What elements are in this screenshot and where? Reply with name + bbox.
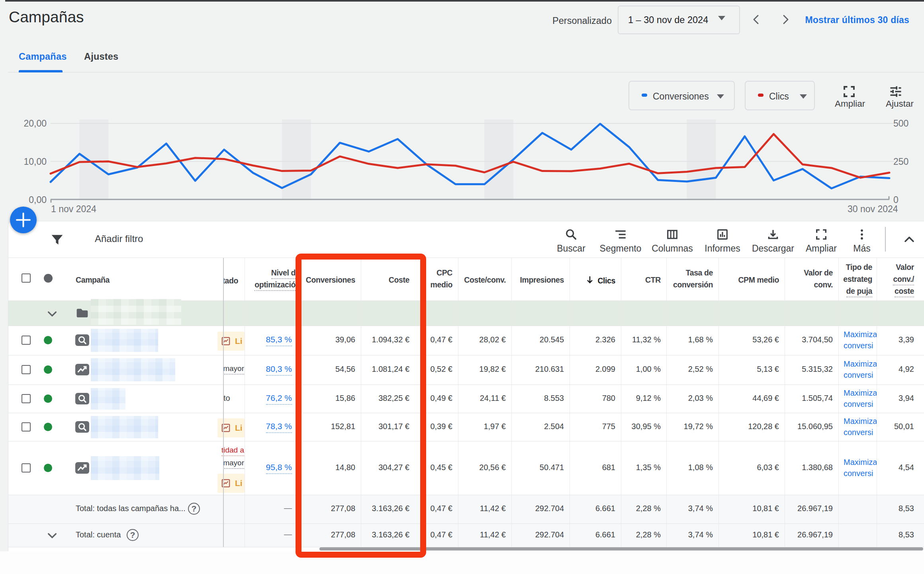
column-header-tipo-de-estrategia[interactable]: Tipo de: [846, 262, 872, 272]
cell-ctr: 11,32 %: [632, 335, 661, 344]
toolbar-columns-icon[interactable]: [666, 228, 679, 243]
bid-strategy-link[interactable]: Maximiza: [844, 389, 877, 398]
page-title: Campañas: [9, 8, 84, 26]
date-next-chevron-icon[interactable]: [779, 14, 791, 25]
column-header-nivel-de-optimizacion[interactable]: optimizació: [254, 279, 296, 290]
campaign-type-performance-icon: [75, 364, 89, 375]
cell-cconv: 24,11 €: [480, 394, 506, 403]
filter-funnel-icon[interactable]: [49, 232, 65, 249]
column-header-estado-clipped[interactable]: tado: [223, 275, 238, 286]
toolbar-chart-icon[interactable]: [716, 228, 729, 243]
column-divider: [718, 258, 719, 547]
column-header-campana[interactable]: Campaña: [76, 275, 110, 285]
column-divider: [570, 258, 570, 547]
campaign-type-performance-icon: [75, 462, 89, 474]
row-checkbox[interactable]: [22, 422, 31, 431]
limited-status-chip: Li: [217, 332, 245, 351]
column-header-cpc-medio[interactable]: CPC: [437, 267, 452, 278]
bid-strategy-link[interactable]: Maximiza: [844, 458, 877, 467]
cell-clics: 780: [602, 394, 615, 403]
date-range-value: 1 – 30 nov de 2024: [628, 15, 708, 25]
cell-cconv: 20,56 €: [479, 463, 506, 472]
column-header-valor-conv-coste[interactable]: conv./: [893, 274, 914, 284]
row-checkbox[interactable]: [22, 394, 31, 403]
select-all-checkbox[interactable]: [22, 273, 31, 283]
toolbar-expand-icon[interactable]: [814, 228, 828, 243]
table-row-divider: [8, 495, 924, 495]
bid-strategy-link[interactable]: conversi: [844, 371, 877, 380]
total-cell-cpc: 0,47 €: [430, 504, 452, 513]
column-header-tasa-de-conversion[interactable]: conversión: [673, 279, 713, 290]
row-checkbox[interactable]: [22, 365, 31, 374]
collapse-table-chevron-up-icon[interactable]: [902, 233, 916, 248]
nivel-optimizacion-link[interactable]: 95,8 %: [266, 463, 292, 472]
cell-valor: 1.505,74: [802, 394, 833, 403]
column-header-valor-conv-coste[interactable]: coste: [895, 286, 914, 296]
frozen-pane-divider-overlay: [223, 258, 224, 547]
toolbar-segment-icon[interactable]: [614, 228, 627, 243]
column-header-cpm-medio[interactable]: CPM medio: [738, 275, 779, 285]
cell-cpm: 44,69 €: [752, 394, 779, 403]
cell-cpm: 120,28 €: [748, 422, 779, 431]
chart-adjust-label: Ajustar: [886, 99, 914, 109]
nivel-optimizacion-link[interactable]: 80,3 %: [266, 364, 292, 374]
show-last-30-days-link[interactable]: Mostrar últimos 30 días: [805, 15, 909, 25]
column-header-clics-sorted[interactable]: Clics: [585, 275, 615, 286]
bid-strategy-link[interactable]: Maximiza: [844, 359, 877, 369]
total-cell-valor-coste: 8,53: [899, 504, 914, 513]
tab-ajustes[interactable]: Ajustes: [84, 51, 118, 62]
chart-expand-icon[interactable]: [842, 84, 856, 99]
total-cell-impr: 292.704: [535, 530, 564, 539]
column-header-impresiones[interactable]: Impresiones: [520, 275, 564, 285]
cell-cconv: 19,82 €: [479, 365, 506, 374]
bid-strategy-link[interactable]: conversi: [844, 428, 877, 437]
performance-line-chart: [0, 115, 924, 213]
annotation-highlight-box: [296, 254, 426, 558]
column-divider: [458, 258, 458, 547]
plus-icon: [10, 207, 37, 233]
toolbar-download-icon[interactable]: [766, 228, 780, 243]
x-axis-start-label: 1 nov 2024: [51, 204, 96, 215]
total-expand-chevron-down-icon[interactable]: [46, 529, 59, 543]
tab-campanas[interactable]: Campañas: [19, 51, 67, 62]
column-header-valor-conv-coste[interactable]: Valor: [896, 262, 914, 272]
row-checkbox[interactable]: [22, 336, 31, 345]
help-question-icon[interactable]: ?: [188, 503, 200, 515]
column-header-tasa-de-conversion[interactable]: Tasa de: [686, 267, 713, 278]
chart-adjust-icon[interactable]: [889, 84, 903, 99]
column-header-valor-de-conv[interactable]: Valor de: [804, 267, 833, 278]
right-axis-tick-250: 250: [893, 156, 908, 167]
column-header-valor-de-conv[interactable]: conv.: [814, 279, 833, 290]
nivel-optimizacion-link[interactable]: 85,3 %: [266, 335, 292, 344]
campaign-status-enabled-dot: [44, 336, 52, 344]
column-header-coste-conv[interactable]: Coste/conv.: [464, 275, 506, 285]
total-cell-impr: 292.704: [535, 504, 564, 513]
bid-strategy-link[interactable]: conversi: [844, 341, 877, 350]
add-filter-label[interactable]: Añadir filtro: [95, 233, 143, 244]
status-filter-dot-icon[interactable]: [44, 274, 53, 283]
bid-strategy-link[interactable]: Maximiza: [844, 330, 877, 339]
help-question-icon[interactable]: ?: [127, 529, 139, 541]
nivel-optimizacion-link[interactable]: 76,2 %: [266, 393, 292, 403]
date-prev-chevron-icon[interactable]: [750, 14, 762, 25]
cell-valor: 3.704,50: [802, 335, 833, 344]
column-header-cpc-medio[interactable]: medio: [431, 279, 452, 290]
nivel-optimizacion-link[interactable]: 78,3 %: [266, 422, 292, 431]
cell-cpc: 0,52 €: [430, 365, 452, 374]
column-header-tipo-de-estrategia[interactable]: de puja: [846, 286, 872, 296]
toolbar-search-icon[interactable]: [564, 228, 578, 243]
column-header-tipo-de-estrategia[interactable]: estrateg: [843, 274, 872, 284]
bid-strategy-link[interactable]: conversi: [844, 469, 877, 478]
table-row-divider: [8, 385, 924, 385]
toolbar-more-icon[interactable]: [855, 228, 869, 243]
cell-valor-coste: 3,94: [899, 394, 914, 403]
cell-valor-coste: 4,92: [899, 365, 914, 374]
cell-tasa: 1,68 %: [688, 335, 713, 344]
column-header-nivel-de-optimizacion[interactable]: Nivel d: [271, 267, 296, 278]
bid-strategy-link[interactable]: conversi: [844, 400, 877, 409]
column-header-ctr[interactable]: CTR: [645, 275, 661, 285]
bid-strategy-link[interactable]: Maximiza: [844, 417, 877, 426]
row-checkbox[interactable]: [22, 463, 31, 472]
cell-cpm: 5,13 €: [757, 365, 779, 374]
group-expand-chevron-down-icon[interactable]: [46, 307, 59, 322]
